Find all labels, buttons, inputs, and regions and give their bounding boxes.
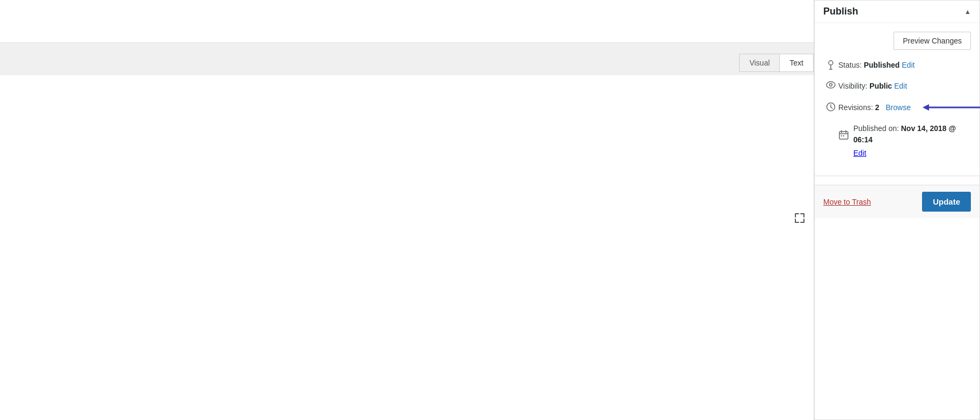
revisions-label: Revisions: [838, 102, 873, 113]
publish-panel-header: Publish ▲ [815, 1, 979, 23]
editor-title-area [0, 0, 814, 43]
svg-rect-12 [841, 135, 842, 136]
arrow-svg [917, 102, 980, 113]
visibility-icon [823, 81, 838, 89]
svg-point-0 [829, 61, 833, 65]
svg-marker-7 [923, 104, 929, 111]
publish-divider [815, 176, 979, 176]
status-row: Status: Published Edit [823, 60, 971, 71]
visibility-edit-link[interactable]: Edit [894, 82, 907, 90]
fullscreen-icon[interactable] [791, 209, 808, 227]
published-on-row: Published on: Nov 14, 2018 @ 06:14 Edit [823, 123, 971, 157]
content-area-wrapper: Visual Text [0, 43, 814, 420]
status-icon [823, 60, 838, 70]
tab-text[interactable]: Text [779, 54, 814, 72]
published-on-label: Published on: [853, 124, 901, 133]
publish-panel-body: Preview Changes Status: Published Edit [815, 23, 979, 176]
revisions-row: Revisions: 2 Browse [823, 102, 971, 113]
publish-panel-title: Publish [823, 6, 858, 17]
sidebar: Publish ▲ Preview Changes Status: Publis… [814, 0, 980, 420]
move-to-trash-link[interactable]: Move to Trash [823, 198, 871, 206]
publish-panel: Publish ▲ Preview Changes Status: Publis… [814, 0, 980, 420]
status-value: Published [864, 61, 899, 69]
arrow-annotation [917, 102, 980, 113]
update-button[interactable]: Update [922, 192, 971, 212]
visibility-value: Public [869, 82, 892, 90]
editor-area: Visual Text [0, 0, 814, 420]
status-label: Status: [838, 61, 864, 69]
editor-white-box [0, 75, 814, 420]
revisions-value: 2 [875, 102, 880, 113]
publish-collapse-button[interactable]: ▲ [964, 8, 971, 16]
tab-visual[interactable]: Visual [739, 54, 779, 72]
preview-changes-button[interactable]: Preview Changes [894, 32, 971, 50]
published-on-edit-link[interactable]: Edit [853, 149, 866, 157]
revisions-browse-link[interactable]: Browse [886, 102, 911, 113]
svg-point-3 [827, 82, 835, 88]
editor-tabs: Visual Text [739, 54, 814, 72]
fullscreen-icon-container [791, 209, 808, 227]
publish-panel-footer: Move to Trash Update [815, 185, 979, 218]
svg-point-4 [830, 84, 832, 86]
calendar-icon [838, 130, 849, 140]
status-content: Status: Published Edit [838, 60, 971, 71]
visibility-content: Visibility: Public Edit [838, 81, 971, 92]
svg-rect-13 [843, 135, 844, 136]
visibility-row: Visibility: Public Edit [823, 81, 971, 92]
status-edit-link[interactable]: Edit [902, 61, 915, 69]
visibility-label: Visibility: [838, 82, 869, 90]
published-on-content: Published on: Nov 14, 2018 @ 06:14 [853, 123, 971, 146]
revisions-icon [823, 102, 838, 112]
revisions-content: Revisions: 2 Browse [838, 102, 980, 113]
